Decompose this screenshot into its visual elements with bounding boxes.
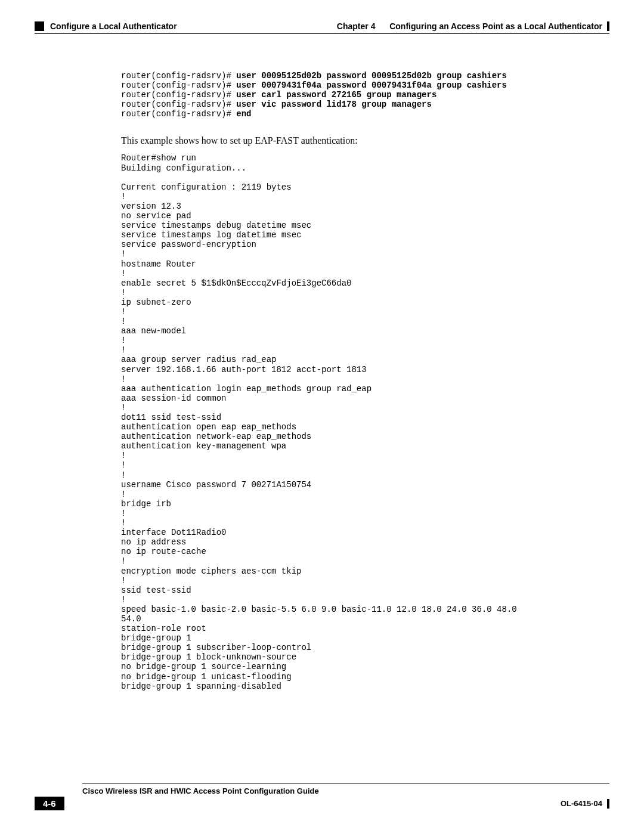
document-id: OL-6415-04	[561, 799, 602, 808]
footer-rule	[82, 784, 609, 784]
header-end-bar-icon	[607, 21, 609, 31]
guide-title: Cisco Wireless ISR and HWIC Access Point…	[82, 786, 319, 795]
section-title: Configure a Local Authenticator	[50, 21, 177, 31]
page-footer: Cisco Wireless ISR and HWIC Access Point…	[35, 784, 609, 810]
chapter-label: Chapter 4	[337, 21, 376, 31]
code-block-2: Router#show run Building configuration..…	[121, 153, 609, 690]
page-number-badge: 4-6	[35, 797, 64, 810]
narrative-text: This example shows how to set up EAP-FAS…	[121, 135, 609, 146]
code-block-1: router(config-radsrv)# user 00095125d02b…	[121, 71, 609, 119]
chapter-title: Configuring an Access Point as a Local A…	[389, 21, 602, 31]
footer-end-bar-icon	[607, 799, 609, 809]
section-marker-icon	[35, 21, 44, 31]
